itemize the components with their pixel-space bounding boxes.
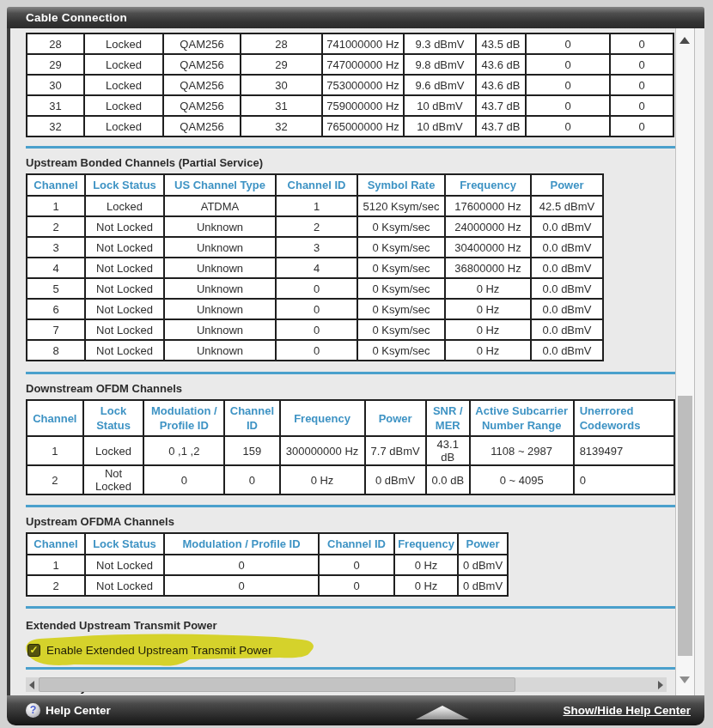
table-cell: Locked xyxy=(84,75,163,95)
table-cell: 0 Hz xyxy=(280,465,365,494)
table-cell: QAM256 xyxy=(163,33,241,54)
table-cell: Locked xyxy=(84,33,163,54)
horizontal-scrollbar[interactable] xyxy=(26,677,667,692)
table-cell: 0 xyxy=(319,555,394,575)
table-row: 2Not LockedUnknown20 Ksym/sec24000000 Hz… xyxy=(27,216,603,237)
table-cell: 0.0 dBmV xyxy=(531,258,603,278)
downstream-bonded-table: 28LockedQAM25628741000000 Hz9.3 dBmV43.5… xyxy=(26,33,674,137)
column-header: Channel ID xyxy=(319,533,394,555)
table-cell: 0.0 dBmV xyxy=(531,319,603,340)
table-cell: 32 xyxy=(27,116,84,136)
table-cell: 2 xyxy=(27,465,83,494)
collapse-panel-handle[interactable] xyxy=(416,702,469,719)
table-header-row: ChannelLock StatusModulation / Profile I… xyxy=(27,533,508,555)
table-cell: 30 xyxy=(27,75,84,95)
table-cell: 0 Ksym/sec xyxy=(357,237,445,258)
table-cell: ATDMA xyxy=(164,196,276,216)
table-cell: 0 Hz xyxy=(445,340,531,361)
table-cell: Not Locked xyxy=(85,237,164,258)
scroll-up-arrow-icon[interactable] xyxy=(679,37,690,44)
table-cell: 0 xyxy=(276,299,357,319)
column-header: Active Subcarrier Number Range xyxy=(470,400,574,436)
column-header: Channel ID xyxy=(224,400,279,436)
table-cell: 6 xyxy=(27,299,85,319)
table-cell: 0.0 dBmV xyxy=(531,340,603,361)
table-cell: 1 xyxy=(276,196,357,216)
table-cell: 0 xyxy=(610,33,673,54)
table-cell: 2 xyxy=(276,216,357,237)
table-cell: 0 Ksym/sec xyxy=(357,216,445,237)
table-cell: 0.0 dBmV xyxy=(531,278,603,299)
table-cell: 0 xyxy=(526,95,610,116)
table-cell: QAM256 xyxy=(163,75,241,95)
table-row: 29LockedQAM25629747000000 Hz9.8 dBmV43.6… xyxy=(27,54,673,75)
table-cell: Not Locked xyxy=(85,278,164,299)
content-area: 28LockedQAM25628741000000 Hz9.3 dBmV43.5… xyxy=(10,28,675,695)
table-row: 32LockedQAM25632765000000 Hz10 dBmV43.7 … xyxy=(27,116,673,136)
table-cell: 43.6 dB xyxy=(476,75,526,95)
table-cell: Not Locked xyxy=(85,258,164,278)
table-cell: 747000000 Hz xyxy=(322,54,404,75)
table-cell: 0 xyxy=(276,340,357,361)
table-cell: QAM256 xyxy=(163,54,241,75)
table-cell: Unknown xyxy=(164,237,276,258)
horizontal-scrollbar-thumb[interactable] xyxy=(39,677,515,692)
table-cell: 159 xyxy=(224,436,279,465)
table-cell: Not Locked xyxy=(85,555,164,575)
table-cell: 0.0 dBmV xyxy=(531,237,603,258)
table-cell: Locked xyxy=(84,54,163,75)
table-cell: 9.3 dBmV xyxy=(404,33,476,54)
table-row: 7Not LockedUnknown00 Ksym/sec0 Hz0.0 dBm… xyxy=(27,319,603,340)
table-cell: 8139497 xyxy=(574,436,674,465)
table-cell: 9.6 dBmV xyxy=(404,75,476,95)
column-header: Frequency xyxy=(280,400,365,436)
table-cell: 0 xyxy=(610,95,673,116)
table-cell: 1108 ~ 2987 xyxy=(470,436,574,465)
show-hide-help-center-link[interactable]: Show/Hide Help Center xyxy=(563,704,691,717)
table-cell: 0 xyxy=(526,116,610,136)
table-row: 2Not Locked000 Hz0 dBmV xyxy=(27,575,508,596)
table-cell: Not Locked xyxy=(83,465,144,494)
table-cell: 31 xyxy=(27,95,84,116)
column-header: Modulation / Profile ID xyxy=(164,533,319,555)
table-cell: 0 Hz xyxy=(445,299,531,319)
table-cell: 5 xyxy=(27,278,85,299)
right-gutter xyxy=(694,28,704,695)
help-center-group: ? Help Center xyxy=(26,703,111,718)
help-center-label: Help Center xyxy=(46,704,111,717)
section-divider xyxy=(26,146,675,149)
column-header: Channel xyxy=(27,174,85,196)
scroll-down-arrow-icon[interactable] xyxy=(679,676,690,683)
table-cell: 32 xyxy=(241,116,322,136)
extended-power-checkbox[interactable]: ✓ xyxy=(27,644,40,657)
vertical-scrollbar-thumb[interactable] xyxy=(678,396,692,656)
table-cell: 43.5 dB xyxy=(476,33,526,54)
scroll-left-arrow-icon[interactable] xyxy=(26,677,39,692)
table-cell: 0 xyxy=(610,54,673,75)
table-cell: 0 xyxy=(610,116,673,136)
table-cell: 10 dBmV xyxy=(404,116,476,136)
table-cell: Unknown xyxy=(164,299,276,319)
table-cell: Unknown xyxy=(164,340,276,361)
table-cell: 0 xyxy=(164,575,319,596)
table-cell: 1 xyxy=(27,196,85,216)
table-cell: 0.0 dBmV xyxy=(531,299,603,319)
table-cell: Locked xyxy=(84,116,163,136)
upstream-ofdma-table: ChannelLock StatusModulation / Profile I… xyxy=(26,532,509,597)
table-cell: 0 dBmV xyxy=(365,465,426,494)
downstream-ofdm-heading: Downstream OFDM Channels xyxy=(26,382,675,395)
table-cell: 1 xyxy=(27,436,83,465)
table-row: 5Not LockedUnknown00 Ksym/sec0 Hz0.0 dBm… xyxy=(27,278,603,299)
column-header: Lock Status xyxy=(85,533,164,555)
table-cell: 741000000 Hz xyxy=(322,33,404,54)
table-cell: 0 xyxy=(319,575,394,596)
table-cell: 17600000 Hz xyxy=(445,196,531,216)
table-cell: 24000000 Hz xyxy=(445,216,531,237)
table-cell: Unknown xyxy=(164,319,276,340)
vertical-scrollbar[interactable] xyxy=(675,28,694,695)
scroll-right-arrow-icon[interactable] xyxy=(654,677,667,692)
downstream-ofdm-table: ChannelLock StatusModulation / Profile I… xyxy=(26,399,675,495)
window-body: 28LockedQAM25628741000000 Hz9.3 dBmV43.5… xyxy=(7,28,704,695)
column-header: Frequency xyxy=(394,533,458,555)
table-cell: 0.0 dB xyxy=(426,465,470,494)
